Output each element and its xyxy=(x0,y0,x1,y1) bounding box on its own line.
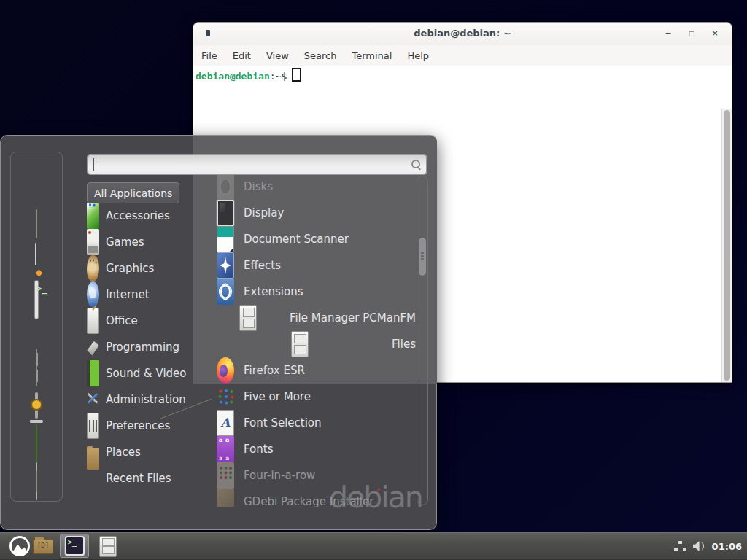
application-item[interactable]: Document Scanner xyxy=(196,226,416,252)
close-button[interactable]: × xyxy=(708,27,721,40)
menu-category[interactable]: Office xyxy=(87,308,194,334)
application-label: Display xyxy=(244,206,284,219)
terminal-scrollbar-thumb[interactable] xyxy=(724,110,730,381)
menu-category[interactable]: Graphics xyxy=(87,255,194,281)
taskbar-launcher[interactable] xyxy=(31,532,55,560)
volume-icon[interactable] xyxy=(693,541,705,551)
category-label: Internet xyxy=(106,288,150,301)
favorite-item[interactable] xyxy=(36,462,37,500)
favorite-item[interactable] xyxy=(36,424,37,462)
effects-icon xyxy=(217,252,234,279)
desktop[interactable]: debian@debian: ~ − □ × FileEditViewSearc… xyxy=(0,0,747,560)
start-menu-icon xyxy=(9,536,30,556)
search-input[interactable] xyxy=(93,157,402,174)
all-applications-button[interactable]: All Applications xyxy=(87,182,179,203)
application-item[interactable]: Five or More xyxy=(196,384,416,410)
menu-search-bar[interactable] xyxy=(87,154,427,175)
minimize-button[interactable]: − xyxy=(662,27,675,40)
menu-category[interactable]: Accessories xyxy=(87,203,194,229)
taskbar-launcher[interactable] xyxy=(60,534,89,558)
application-item[interactable]: Display xyxy=(196,200,416,226)
all-applications-label: All Applications xyxy=(94,187,172,199)
application-item[interactable]: GDebi Package Installer xyxy=(196,489,416,507)
logout-icon xyxy=(36,424,37,462)
terminal-menubar: FileEditViewSearchTerminalHelp xyxy=(193,45,732,66)
gdebi-icon xyxy=(217,489,234,507)
category-label: Recent Files xyxy=(106,472,171,485)
office-icon xyxy=(87,308,99,334)
programming-icon xyxy=(87,334,99,360)
accessories-icon xyxy=(87,203,99,229)
application-label: Extensions xyxy=(244,285,303,298)
terminal-menu-item[interactable]: Help xyxy=(407,50,429,61)
file-cabinet-icon xyxy=(36,349,37,386)
shutdown-icon xyxy=(36,462,37,500)
menu-category[interactable]: Games xyxy=(87,229,194,255)
favorite-item[interactable] xyxy=(36,205,37,243)
network-icon[interactable] xyxy=(674,541,686,552)
terminal-menu-item[interactable]: View xyxy=(266,50,289,61)
application-item[interactable]: Four-in-a-row xyxy=(196,462,416,489)
taskbar-clock[interactable]: 01:06 xyxy=(712,541,742,552)
application-item[interactable]: Fonts xyxy=(196,436,416,462)
category-label: Games xyxy=(106,236,144,249)
taskbar: 01:06 xyxy=(0,532,747,560)
application-list: Disks Display Document Scanner Effects xyxy=(196,174,416,507)
application-item[interactable]: Effects xyxy=(196,252,416,279)
text-caret xyxy=(93,158,94,171)
terminal-menu-item[interactable]: Terminal xyxy=(352,50,392,61)
application-label: GDebi Package Installer xyxy=(244,495,374,507)
system-tray: 01:06 xyxy=(674,532,742,560)
application-item[interactable]: Extensions xyxy=(196,279,416,305)
terminal-dark-icon xyxy=(65,536,85,556)
menu-category[interactable]: Preferences xyxy=(87,413,194,439)
application-label: Effects xyxy=(244,259,281,272)
menu-category[interactable]: Sound & Video xyxy=(87,360,194,386)
menu-category[interactable]: Recent Files xyxy=(87,465,194,491)
prompt-user-host: debian@debian xyxy=(196,71,270,82)
application-label: Four-in-a-row xyxy=(244,469,315,482)
font-selection-icon xyxy=(217,410,234,436)
category-list: Accessories Games Graphics Internet xyxy=(87,203,194,491)
favorite-item[interactable] xyxy=(35,386,38,424)
menu-category[interactable]: Administration xyxy=(87,386,194,413)
category-label: Accessories xyxy=(106,209,170,222)
four-in-a-row-icon xyxy=(217,462,234,489)
application-label: Font Selection xyxy=(244,416,322,429)
file-manager-icon xyxy=(239,305,257,331)
five-or-more-icon xyxy=(217,384,234,410)
menu-scrollbar-thumb[interactable] xyxy=(419,238,426,276)
terminal-menu-item[interactable]: Edit xyxy=(233,50,251,61)
application-item[interactable]: Firefox ESR xyxy=(196,357,416,384)
terminal-scrollbar[interactable] xyxy=(721,109,732,382)
category-label: Preferences xyxy=(106,419,170,432)
application-label: Disks xyxy=(244,180,273,193)
graphics-icon xyxy=(87,255,99,281)
taskbar-launcher[interactable] xyxy=(96,532,120,560)
sound-video-icon xyxy=(87,360,99,386)
maximize-button[interactable]: □ xyxy=(685,27,698,40)
taskbar-launcher[interactable] xyxy=(7,532,32,560)
application-item[interactable]: Files xyxy=(196,331,416,357)
application-item[interactable]: File Manager PCManFM xyxy=(196,305,416,331)
extensions-icon xyxy=(217,279,234,305)
terminal-window-title: debian@debian: ~ xyxy=(193,28,732,39)
favorite-item[interactable] xyxy=(36,349,37,386)
terminal-titlebar[interactable]: debian@debian: ~ − □ × xyxy=(193,23,732,46)
firefox-icon xyxy=(217,357,234,384)
application-item[interactable]: Disks xyxy=(196,174,416,200)
menu-scrollbar[interactable] xyxy=(417,176,428,505)
fonts-icon xyxy=(217,436,234,462)
favorite-item[interactable] xyxy=(35,281,38,319)
preferences-icon xyxy=(87,413,99,439)
search-icon xyxy=(411,160,421,169)
menu-category[interactable]: Places xyxy=(87,439,194,465)
menu-category[interactable]: Internet xyxy=(87,281,194,308)
menu-category[interactable]: Programming xyxy=(87,334,194,360)
terminal-menu-item[interactable]: File xyxy=(201,50,217,61)
terminal-menu-item[interactable]: Search xyxy=(304,50,337,61)
application-item[interactable]: Font Selection xyxy=(196,410,416,436)
files-icon xyxy=(291,331,309,357)
games-icon xyxy=(87,229,99,255)
terminal-cursor xyxy=(292,68,301,82)
